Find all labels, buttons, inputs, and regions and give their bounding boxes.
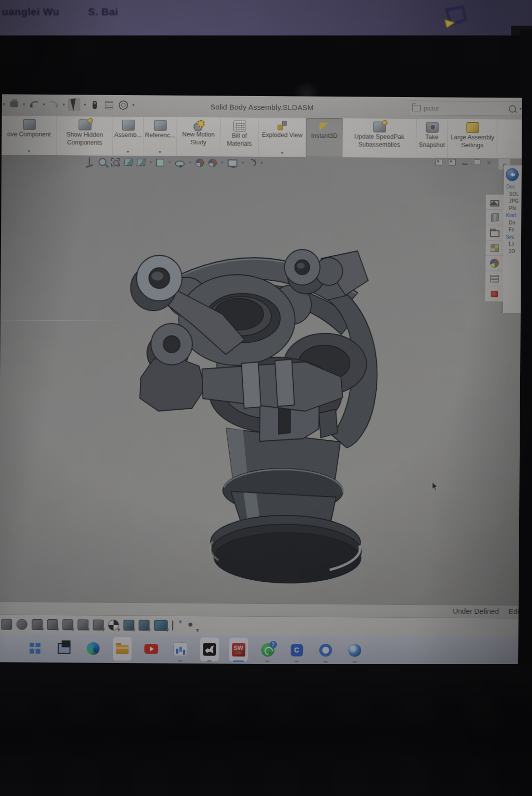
chevron-down-icon[interactable]: ▾ — [150, 160, 152, 164]
search-input[interactable]: pictur — [424, 104, 506, 112]
new-motion-study-button[interactable]: New Motion Study — [177, 117, 221, 157]
hide-show-items-icon[interactable] — [175, 160, 185, 166]
taskbar-c-app[interactable]: C — [287, 638, 306, 662]
chevron-down-icon[interactable]: ▾ — [221, 161, 223, 165]
chevron-down-icon[interactable]: ▾ — [159, 150, 161, 155]
check-tool-icon[interactable] — [93, 619, 103, 630]
annotation-tool-icon[interactable] — [32, 619, 42, 630]
zoom-to-fit-icon[interactable] — [84, 157, 94, 166]
tab-appearances[interactable] — [486, 256, 503, 271]
restore-icon[interactable] — [474, 160, 480, 165]
new-window-icon[interactable] — [449, 159, 456, 166]
redo-button[interactable] — [48, 99, 59, 110]
chevron-down-icon[interactable]: ▾ — [84, 102, 86, 107]
cad-model[interactable] — [28, 214, 405, 591]
search-box[interactable]: pictur ▾ — [409, 100, 522, 116]
close-icon[interactable]: × — [487, 160, 491, 166]
select-button[interactable] — [68, 99, 80, 110]
chevron-down-icon[interactable]: ▾ — [519, 106, 522, 111]
move-component-button[interactable]: ove Component ▾ — [1, 116, 57, 155]
previous-view-icon[interactable] — [111, 158, 120, 166]
view-settings-icon[interactable] — [228, 159, 237, 166]
chevron-down-icon[interactable]: ▾ — [43, 102, 45, 106]
filter-item[interactable]: Do — [506, 220, 519, 225]
assembly-features-button[interactable]: Assemb... ▾ — [113, 117, 144, 156]
image-tool-icon[interactable] — [154, 620, 167, 630]
taskbar-edge[interactable] — [84, 637, 102, 661]
display-style-icon[interactable] — [156, 159, 164, 166]
large-assembly-settings-button[interactable]: Large Assembly Settings — [448, 119, 498, 159]
mate-slot-tool-icon[interactable] — [138, 620, 149, 630]
appearance-tool-icon[interactable] — [16, 619, 27, 630]
taskbar-start-button[interactable] — [26, 636, 44, 660]
filter-item[interactable]: Lo — [506, 241, 519, 246]
search-icon[interactable] — [509, 105, 516, 112]
show-hidden-components-button[interactable]: Show Hidden Components — [57, 116, 113, 156]
undo-button[interactable] — [29, 99, 39, 110]
exploded-view-button[interactable]: Exploded View ▾ — [259, 118, 306, 157]
chevron-down-icon[interactable]: ▾ — [168, 161, 170, 165]
mate-angle-tool-icon[interactable] — [187, 620, 197, 630]
chevron-down-icon[interactable]: ▾ — [127, 150, 129, 154]
tab-solidworks-resources[interactable] — [486, 195, 503, 210]
rotate-view-icon[interactable] — [247, 158, 258, 168]
take-snapshot-button[interactable]: Take Snapshot — [416, 119, 448, 158]
filter-header[interactable]: Doc — [506, 184, 519, 189]
chevron-down-icon[interactable]: ▾ — [28, 149, 30, 154]
mass-properties-tool-icon[interactable] — [77, 619, 88, 630]
taskbar-file-explorer[interactable] — [113, 637, 132, 661]
photo-frame: uanglei Wu S. Bai Solid Body Assembly.SL… — [0, 0, 532, 796]
pin-window-icon[interactable] — [435, 159, 442, 165]
filter-header[interactable]: Kind — [506, 212, 519, 218]
tab-design-library[interactable] — [486, 210, 503, 225]
taskbar-whatsapp[interactable]: 2 — [258, 638, 277, 662]
taskbar-task-view[interactable] — [55, 636, 73, 660]
taskbar-swirl-app[interactable] — [345, 638, 364, 662]
chevron-down-icon[interactable]: ▾ — [3, 102, 5, 106]
tab-view-palette[interactable] — [486, 240, 503, 256]
component-tool-icon[interactable] — [1, 619, 12, 630]
print-button[interactable] — [8, 99, 19, 109]
curve-tool-icon[interactable] — [47, 619, 58, 630]
options-list-button[interactable] — [103, 100, 114, 110]
chevron-down-icon[interactable]: ▾ — [63, 102, 65, 107]
filter-item[interactable]: 3D — [506, 248, 519, 254]
apply-scene-icon[interactable] — [208, 159, 217, 167]
back-button[interactable] — [506, 168, 519, 181]
section-tool-icon[interactable] — [108, 619, 119, 630]
tab-custom-properties[interactable] — [485, 271, 503, 286]
toggle-button[interactable] — [89, 100, 100, 110]
zoom-to-area-icon[interactable] — [99, 158, 106, 166]
filter-item[interactable]: SOL — [506, 191, 519, 197]
section-view-icon[interactable] — [124, 159, 133, 166]
chevron-down-icon[interactable]: ▾ — [189, 161, 191, 165]
taskbar-rhino[interactable] — [200, 637, 219, 661]
taskbar-photos[interactable] — [171, 637, 190, 661]
taskbar-youtube[interactable] — [142, 637, 161, 661]
instant3d-button[interactable]: Instant3D — [306, 118, 343, 158]
filter-item[interactable]: JPG — [506, 198, 519, 203]
filter-item[interactable]: PN — [506, 205, 519, 211]
measure-tool-icon[interactable] — [62, 619, 73, 630]
bill-of-materials-button[interactable]: Bill of Materials — [220, 117, 259, 157]
reference-geometry-button[interactable]: Referenc... ▾ — [143, 117, 177, 156]
settings-button[interactable] — [118, 100, 129, 110]
chevron-down-icon[interactable]: ▾ — [133, 103, 135, 107]
filter-header[interactable]: Sea — [506, 234, 519, 239]
taskbar-ring-app[interactable] — [316, 638, 335, 662]
chevron-down-icon[interactable]: ▾ — [242, 161, 244, 165]
chevron-down-icon[interactable]: ▾ — [261, 161, 263, 165]
minimize-icon[interactable] — [462, 164, 467, 165]
view-orientation-icon[interactable] — [136, 159, 146, 166]
filter-item[interactable]: Fo — [506, 227, 519, 232]
mate-width-tool-icon[interactable] — [123, 620, 134, 630]
chevron-down-icon[interactable]: ▾ — [23, 102, 25, 106]
taskbar-solidworks[interactable]: SW 2021 — [229, 638, 248, 662]
update-speedpak-button[interactable]: Update SpeedPak Subassemblies — [342, 118, 417, 158]
tab-forum[interactable] — [485, 286, 503, 301]
edit-appearance-icon[interactable] — [196, 159, 204, 167]
chevron-down-icon[interactable]: ▾ — [281, 151, 283, 155]
graphics-viewport[interactable]: ▾ ▾ ▾ ▾ ▾ ▾ × « — [0, 155, 522, 605]
mate-linear-tool-icon[interactable] — [172, 620, 183, 630]
tab-file-explorer[interactable] — [486, 225, 503, 240]
